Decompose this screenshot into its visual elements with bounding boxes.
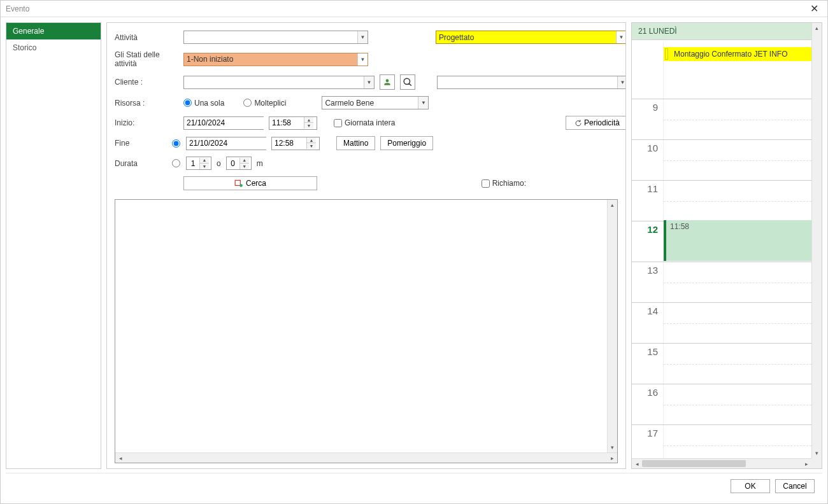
scroll-track[interactable]	[125, 453, 607, 463]
calendar-allday-zone: Montaggio Confermato JET INFO	[632, 42, 811, 99]
duration-hours-input[interactable]: ▲ ▼	[186, 157, 211, 170]
arrow-up-icon[interactable]: ▴	[812, 23, 822, 33]
start-time-input[interactable]: ▲ ▼	[269, 116, 317, 130]
notes-wrap: ▴ ▾ ◂ ▸	[115, 199, 618, 463]
hour-row[interactable]: 9	[632, 99, 811, 140]
tab-history[interactable]: Storico	[6, 39, 101, 56]
close-icon[interactable]: ✕	[806, 3, 822, 15]
activity-state-combo[interactable]: 1-Non iniziato ▼	[183, 53, 368, 66]
spin-down-icon[interactable]: ▼	[200, 164, 209, 169]
spin-down-icon[interactable]: ▼	[240, 164, 249, 169]
notes-hscrollbar[interactable]: ◂ ▸	[115, 452, 617, 463]
chevron-down-icon[interactable]: ▼	[364, 76, 374, 88]
hour-slots[interactable]	[664, 140, 811, 180]
dialog-body: Generale Storico Attività ▼ Proge	[1, 17, 827, 503]
allday-input[interactable]	[334, 119, 342, 127]
cancel-button[interactable]: Cancel	[775, 479, 815, 493]
client2-combo[interactable]: ▼	[437, 76, 626, 89]
chevron-down-icon[interactable]: ▼	[617, 76, 626, 88]
client-search-button[interactable]	[400, 74, 415, 90]
duration-hours-field[interactable]	[187, 157, 199, 169]
morning-button[interactable]: Mattino	[336, 136, 375, 150]
scroll-track[interactable]	[608, 210, 617, 442]
resource-multi-radio[interactable]: Molteplici	[243, 99, 286, 108]
row-resource: Una sola Molteplici Carmelo Bene ▼	[183, 96, 626, 109]
calendar-vscrollbar[interactable]: ▴ ▾	[811, 23, 822, 458]
search-button[interactable]: Cerca	[183, 176, 317, 190]
hour-row[interactable]: 13	[632, 262, 811, 303]
hour-label: 13	[632, 262, 664, 302]
allday-event[interactable]: Montaggio Confermato JET INFO	[664, 47, 811, 61]
hour-row[interactable]: 11	[632, 181, 811, 221]
client-person-button[interactable]	[380, 74, 395, 90]
end-date-input[interactable]: ▼	[186, 137, 266, 150]
end-time-field[interactable]	[272, 137, 306, 150]
start-date-input[interactable]: ▼	[183, 116, 264, 130]
duration-minutes-field[interactable]	[227, 157, 239, 169]
allday-checkbox[interactable]: Giornata intera	[334, 118, 395, 127]
status-combo[interactable]: Progettato ▼	[436, 31, 626, 44]
hour-slots[interactable]	[664, 99, 811, 139]
ok-button[interactable]: OK	[731, 479, 770, 493]
hour-row[interactable]: 14	[632, 303, 811, 344]
chevron-down-icon[interactable]: ▼	[357, 31, 368, 43]
afternoon-button[interactable]: Pomeriggio	[380, 136, 433, 150]
arrow-up-icon[interactable]: ▴	[608, 200, 617, 210]
scroll-thumb[interactable]	[642, 460, 746, 467]
resource-single-input[interactable]	[183, 99, 192, 107]
chevron-down-icon[interactable]: ▼	[616, 31, 626, 43]
recurrence-button[interactable]: Periodicità	[566, 116, 626, 130]
scroll-track[interactable]	[642, 459, 801, 468]
arrow-right-icon[interactable]: ▸	[801, 459, 811, 468]
event-dialog: Evento ✕ Generale Storico Attività ▼	[0, 0, 828, 504]
hour-slots[interactable]	[664, 181, 811, 221]
recurrence-label: Periodicità	[584, 118, 620, 127]
reminder-checkbox[interactable]: Richiamo:	[482, 179, 526, 188]
row-activity: ▼ Progettato ▼	[183, 31, 626, 44]
client-combo[interactable]: ▼	[183, 76, 375, 89]
calendar-selection-event[interactable]: 11:58	[664, 220, 811, 261]
spin-up-icon[interactable]: ▲	[200, 158, 209, 164]
hour-slots[interactable]	[664, 262, 811, 302]
arrow-down-icon[interactable]: ▾	[608, 442, 617, 452]
duration-minutes-input[interactable]: ▲ ▼	[226, 157, 252, 170]
reminder-input[interactable]	[482, 179, 490, 188]
hour-row[interactable]: 16	[632, 384, 811, 425]
calendar-body: Montaggio Confermato JET INFO 9101112131…	[632, 42, 811, 458]
spin-up-icon[interactable]: ▲	[307, 137, 316, 143]
spin-up-icon[interactable]: ▲	[304, 117, 313, 123]
resource-single-radio[interactable]: Una sola	[183, 99, 224, 108]
tab-general[interactable]: Generale	[6, 23, 101, 39]
spin-down-icon[interactable]: ▼	[307, 143, 316, 149]
arrow-down-icon[interactable]: ▾	[812, 448, 822, 458]
hour-row[interactable]: 15	[632, 344, 811, 384]
resource-multi-input[interactable]	[243, 99, 252, 107]
end-mode-radio[interactable]	[172, 139, 180, 148]
arrow-left-icon[interactable]: ◂	[115, 453, 125, 463]
hour-slots[interactable]	[664, 344, 811, 384]
resource-value: Carmelo Bene	[322, 99, 418, 108]
calendar-timegrid[interactable]: 91011121314151617 11:58	[632, 99, 811, 458]
chevron-down-icon[interactable]: ▼	[357, 53, 368, 66]
arrow-right-icon[interactable]: ▸	[607, 453, 617, 463]
spin-up-icon[interactable]: ▲	[240, 158, 249, 164]
chevron-down-icon[interactable]: ▼	[418, 97, 428, 109]
calendar-hscrollbar[interactable]: ◂ ▸	[632, 458, 811, 468]
activity-state-value: 1-Non iniziato	[184, 55, 357, 64]
arrow-left-icon[interactable]: ◂	[632, 459, 642, 468]
end-time-input[interactable]: ▲ ▼	[271, 137, 320, 150]
hour-label: 9	[632, 99, 664, 139]
duration-mode-radio[interactable]	[172, 159, 180, 167]
hour-slots[interactable]	[664, 425, 811, 458]
spin-down-icon[interactable]: ▼	[304, 123, 313, 129]
notes-vscrollbar[interactable]: ▴ ▾	[607, 200, 617, 452]
resource-combo[interactable]: Carmelo Bene ▼	[322, 96, 429, 109]
hour-slots[interactable]	[664, 384, 811, 424]
hour-row[interactable]: 10	[632, 140, 811, 181]
hour-slots[interactable]	[664, 303, 811, 343]
refresh-icon	[574, 119, 582, 127]
activity-combo[interactable]: ▼	[183, 31, 368, 44]
hour-row[interactable]: 17	[632, 425, 811, 458]
start-time-field[interactable]	[269, 117, 304, 129]
notes-textarea[interactable]: ▴ ▾ ◂ ▸	[115, 199, 618, 463]
